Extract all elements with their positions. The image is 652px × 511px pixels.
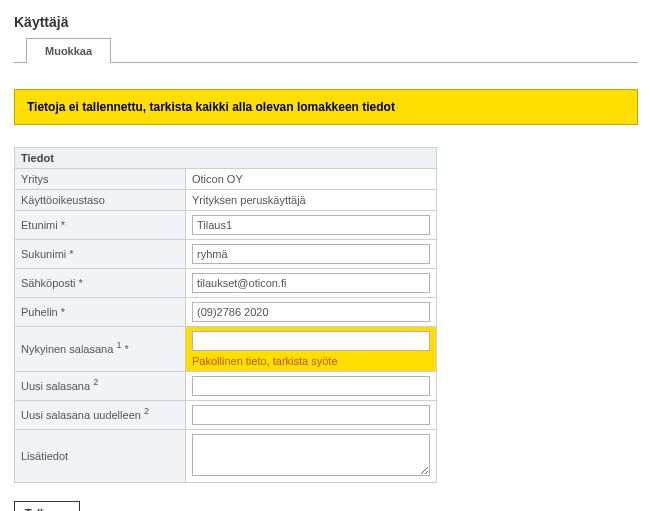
label-company: Yritys [15,169,186,190]
validation-alert: Tietoja ei tallennettu, tarkista kaikki … [14,89,638,125]
label-new-password: Uusi salasana 2 [15,372,186,401]
input-email[interactable] [192,273,430,293]
input-new-password[interactable] [192,376,430,396]
input-confirm-password[interactable] [192,405,430,425]
label-phone: Puhelin * [15,298,186,327]
input-last-name[interactable] [192,244,430,264]
input-notes[interactable] [192,434,430,476]
label-confirm-password: Uusi salasana uudelleen 2 [15,401,186,430]
label-current-password: Nykyinen salasana 1 * [15,327,186,372]
label-notes: Lisätiedot [15,430,186,483]
label-email: Sähköposti * [15,269,186,298]
label-access-level: Käyttöoikeustaso [15,190,186,211]
section-header: Tiedot [15,148,437,169]
label-last-name: Sukunimi * [15,240,186,269]
value-company: Oticon OY [192,173,243,185]
save-button[interactable]: Tallenna [14,501,80,511]
label-first-name: Etunimi * [15,211,186,240]
user-form-table: Tiedot Yritys Oticon OY Käyttöoikeustaso… [14,147,437,483]
input-current-password[interactable] [192,331,430,351]
tab-bar: Muokkaa [14,38,638,63]
input-phone[interactable] [192,302,430,322]
input-first-name[interactable] [192,215,430,235]
page-title: Käyttäjä [14,14,638,30]
tab-edit[interactable]: Muokkaa [26,38,111,63]
value-access-level: Yrityksen peruskäyttäjä [192,194,306,206]
error-current-password: Pakollinen tieto, tarkista syöte [192,355,338,367]
